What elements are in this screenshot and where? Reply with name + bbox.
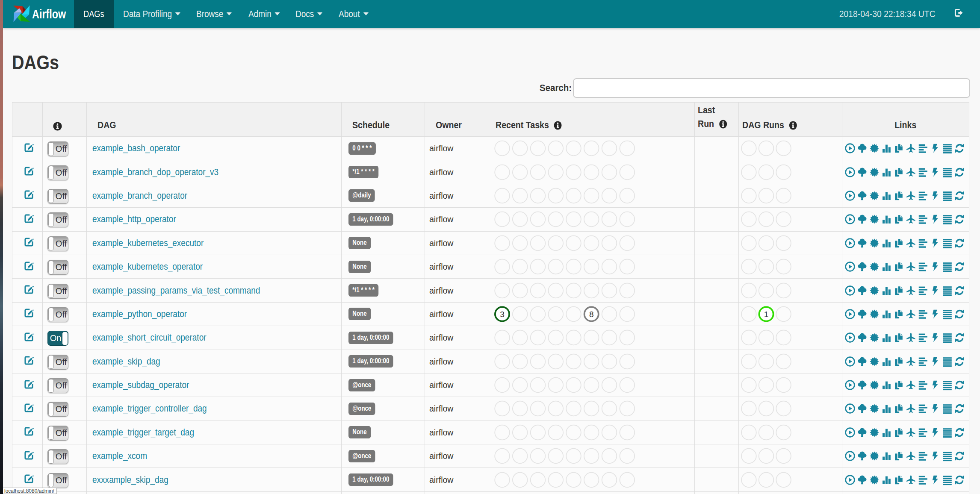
svg-text:3: 3 xyxy=(500,309,505,318)
svg-text:8: 8 xyxy=(589,309,593,318)
svg-text:1: 1 xyxy=(764,309,769,318)
